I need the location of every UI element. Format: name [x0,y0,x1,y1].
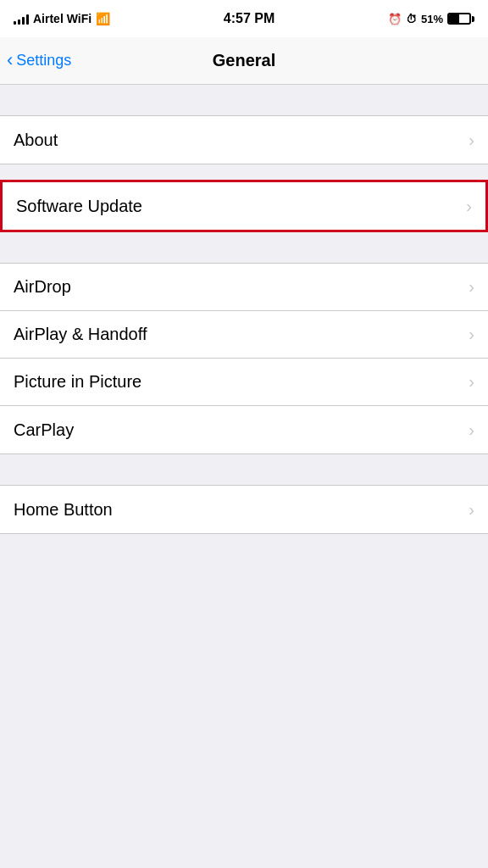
list-item-home-button[interactable]: Home Button › [0,486,488,533]
battery-percent-label: 51% [421,13,443,25]
signal-bar-1 [14,21,16,25]
section-gap-top [0,85,488,115]
signal-bars-icon [14,13,29,25]
list-item-software-update[interactable]: Software Update › [3,182,485,230]
clock-icon: ⏱ [406,13,417,25]
back-button[interactable]: ‹ Settings [7,52,71,70]
list-item-about[interactable]: About › [0,116,488,164]
carplay-label: CarPlay [14,420,74,440]
signal-bar-2 [18,19,20,25]
section-gap-3 [0,454,488,485]
airdrop-chevron-icon: › [469,277,474,297]
list-item-picture-in-picture[interactable]: Picture in Picture › [0,359,488,406]
list-item-carplay[interactable]: CarPlay › [0,406,488,453]
about-label: About [14,131,58,150]
back-label: Settings [16,52,71,70]
status-bar: Airtel WiFi 📶 4:57 PM ⏰ ⏱ 51% [0,0,488,37]
status-left: Airtel WiFi 📶 [14,12,110,25]
picture-in-picture-chevron-icon: › [469,372,474,392]
list-item-airdrop[interactable]: AirDrop › [0,264,488,311]
airplay-handoff-chevron-icon: › [469,325,474,344]
picture-in-picture-label: Picture in Picture [14,372,141,392]
nav-bar: ‹ Settings General [0,37,488,85]
software-update-label: Software Update [16,197,142,216]
back-chevron-icon: ‹ [7,51,13,70]
software-update-chevron-icon: › [466,197,472,216]
carplay-chevron-icon: › [469,420,474,440]
signal-bar-3 [22,17,25,25]
about-chevron-icon: › [469,131,474,150]
home-button-label: Home Button [14,500,113,520]
alarm-icon: ⏰ [388,13,402,25]
carrier-label: Airtel WiFi [33,12,92,25]
status-right: ⏰ ⏱ 51% [388,13,474,25]
wifi-icon: 📶 [96,12,110,25]
list-item-airplay-handoff[interactable]: AirPlay & Handoff › [0,311,488,359]
highlight-wrapper: Software Update › [0,180,488,232]
list-group-home-button: Home Button › [0,485,488,534]
section-gap-1 [0,164,488,180]
time-label: 4:57 PM [224,11,274,26]
page-title: General [213,51,275,70]
list-group-connectivity: AirDrop › AirPlay & Handoff › Picture in… [0,263,488,454]
section-gap-bottom [0,534,488,602]
airdrop-label: AirDrop [14,277,71,297]
home-button-chevron-icon: › [469,500,474,520]
airplay-handoff-label: AirPlay & Handoff [14,325,147,344]
signal-bar-4 [26,14,29,25]
battery-icon [447,13,474,25]
section-gap-2 [0,232,488,263]
list-group-about: About › [0,115,488,164]
